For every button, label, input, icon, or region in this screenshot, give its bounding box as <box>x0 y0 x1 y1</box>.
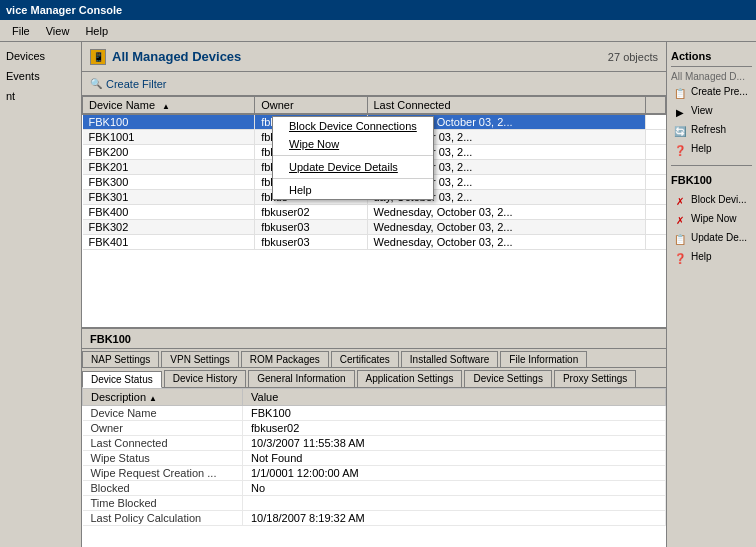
cell-last-connected: Wednesday, October 03, 2... <box>367 205 646 220</box>
cell-owner: fbkuser02 <box>255 205 367 220</box>
title-bar: vice Manager Console <box>0 0 756 20</box>
detail-description: Last Policy Calculation <box>83 511 243 526</box>
col-device-name[interactable]: Device Name ▲ <box>83 97 255 115</box>
sidebar-item-devices[interactable]: Devices <box>0 46 81 66</box>
action-view[interactable]: ▶ View <box>671 103 752 121</box>
detail-description: Last Connected <box>83 436 243 451</box>
menu-file[interactable]: File <box>4 23 38 39</box>
left-sidebar: Devices Events nt <box>0 42 82 547</box>
refresh-label: Refresh <box>691 124 726 135</box>
tab-proxy-settings[interactable]: Proxy Settings <box>554 370 636 387</box>
cell-device-name: FBK400 <box>83 205 255 220</box>
action-refresh[interactable]: 🔄 Refresh <box>671 122 752 140</box>
cell-device-name: FBK302 <box>83 220 255 235</box>
tab-application-settings[interactable]: Application Settings <box>357 370 463 387</box>
action-create-pre[interactable]: 📋 Create Pre... <box>671 84 752 102</box>
create-pre-icon: 📋 <box>673 86 687 100</box>
tab-file-information[interactable]: File Information <box>500 351 587 367</box>
help-device-label: Help <box>691 251 712 262</box>
create-pre-label: Create Pre... <box>691 86 748 97</box>
action-help-device[interactable]: ❓ Help <box>671 249 752 267</box>
details-row: Last Connected 10/3/2007 11:55:38 AM <box>83 436 666 451</box>
cell-last-connected: Wednesday, October 03, 2... <box>367 235 646 250</box>
center-content: 📱 All Managed Devices 27 objects 🔍 Creat… <box>82 42 666 547</box>
create-filter-link[interactable]: Create Filter <box>106 78 167 90</box>
wipe-now-label: Wipe Now <box>691 213 737 224</box>
detail-value: FBK100 <box>243 406 666 421</box>
detail-value: 1/1/0001 12:00:00 AM <box>243 466 666 481</box>
refresh-icon: 🔄 <box>673 124 687 138</box>
col-value: Value <box>243 389 666 406</box>
details-row: Time Blocked <box>83 496 666 511</box>
col-description: Description ▲ <box>83 389 243 406</box>
detail-value <box>243 496 666 511</box>
wipe-now-icon: ✗ <box>673 213 687 227</box>
update-device-label: Update De... <box>691 232 747 243</box>
tab-device-settings[interactable]: Device Settings <box>464 370 551 387</box>
page-title: All Managed Devices <box>112 49 241 64</box>
tab-nap-settings[interactable]: NAP Settings <box>82 351 159 367</box>
tab-general-information[interactable]: General Information <box>248 370 354 387</box>
detail-value: 10/3/2007 11:55:38 AM <box>243 436 666 451</box>
action-update-device[interactable]: 📋 Update De... <box>671 230 752 248</box>
menu-view[interactable]: View <box>38 23 78 39</box>
action-block-device[interactable]: ✗ Block Devi... <box>671 192 752 210</box>
detail-description: Owner <box>83 421 243 436</box>
table-row[interactable]: FBK401 fbkuser03 Wednesday, October 03, … <box>83 235 666 250</box>
header-icon: 📱 <box>90 49 106 65</box>
cell-device-name: FBK1001 <box>83 130 255 145</box>
help-global-label: Help <box>691 143 712 154</box>
help-device-icon: ❓ <box>673 251 687 265</box>
details-area: Description ▲ Value Device Name FBK100 O… <box>82 388 666 547</box>
tab-certificates[interactable]: Certificates <box>331 351 399 367</box>
details-row: Last Policy Calculation 10/18/2007 8:19:… <box>83 511 666 526</box>
view-label: View <box>691 105 713 116</box>
details-row: Wipe Request Creation ... 1/1/0001 12:00… <box>83 466 666 481</box>
col-last-connected[interactable]: Last Connected <box>367 97 646 115</box>
cell-owner: fbkuser03 <box>255 220 367 235</box>
detail-description: Blocked <box>83 481 243 496</box>
ctx-help[interactable]: Help <box>273 181 433 199</box>
details-table: Description ▲ Value Device Name FBK100 O… <box>82 388 666 526</box>
cell-device-name: FBK301 <box>83 190 255 205</box>
title-text: vice Manager Console <box>6 4 122 16</box>
ctx-block-device[interactable]: Block Device Connections <box>273 117 433 135</box>
update-device-icon: 📋 <box>673 232 687 246</box>
right-device-title: FBK100 <box>671 172 752 188</box>
table-row[interactable]: FBK302 fbkuser03 Wednesday, October 03, … <box>83 220 666 235</box>
detail-value: 10/18/2007 8:19:32 AM <box>243 511 666 526</box>
bottom-panel-header: FBK100 <box>82 329 666 349</box>
details-row: Owner fbkuser02 <box>83 421 666 436</box>
action-wipe-now[interactable]: ✗ Wipe Now <box>671 211 752 229</box>
tab-installed-software[interactable]: Installed Software <box>401 351 499 367</box>
ctx-separator-2 <box>273 178 433 179</box>
tabs-row2: Device Status Device History General Inf… <box>82 368 666 388</box>
ctx-wipe-now[interactable]: Wipe Now <box>273 135 433 153</box>
cell-device-name: FBK201 <box>83 160 255 175</box>
col-owner[interactable]: Owner <box>255 97 367 115</box>
object-count: 27 objects <box>608 51 658 63</box>
details-row: Device Name FBK100 <box>83 406 666 421</box>
detail-description: Wipe Request Creation ... <box>83 466 243 481</box>
detail-description: Device Name <box>83 406 243 421</box>
right-panel: Actions All Managed D... 📋 Create Pre...… <box>666 42 756 547</box>
tab-device-status[interactable]: Device Status <box>82 371 162 388</box>
tab-vpn-settings[interactable]: VPN Settings <box>161 351 238 367</box>
menu-bar: File View Help <box>0 20 756 42</box>
sidebar-item-events[interactable]: Events <box>0 66 81 86</box>
tab-rom-packages[interactable]: ROM Packages <box>241 351 329 367</box>
bottom-panel-title: FBK100 <box>90 333 131 345</box>
tab-device-history[interactable]: Device History <box>164 370 246 387</box>
ctx-separator-1 <box>273 155 433 156</box>
all-managed-label: All Managed D... <box>671 71 752 82</box>
menu-help[interactable]: Help <box>77 23 116 39</box>
sidebar-item-nt[interactable]: nt <box>0 86 81 106</box>
device-table-area: Device Name ▲ Owner Last Connected FBK10… <box>82 96 666 327</box>
cell-device-name: FBK100 <box>83 114 255 130</box>
table-row[interactable]: FBK400 fbkuser02 Wednesday, October 03, … <box>83 205 666 220</box>
cell-last-connected: Wednesday, October 03, 2... <box>367 220 646 235</box>
action-help-global[interactable]: ❓ Help <box>671 141 752 159</box>
ctx-update-device[interactable]: Update Device Details <box>273 158 433 176</box>
details-row: Blocked No <box>83 481 666 496</box>
filter-icon: 🔍 <box>90 78 102 89</box>
